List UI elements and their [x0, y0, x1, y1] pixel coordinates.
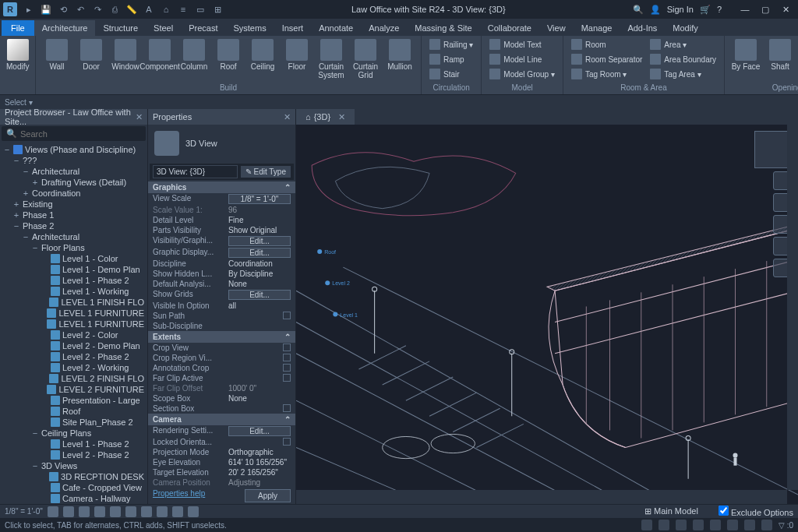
properties-help-link[interactable]: Properties help: [153, 489, 205, 502]
select-links-icon[interactable]: [693, 520, 704, 530]
menu-tab-modify[interactable]: Modify: [665, 20, 705, 36]
area--button[interactable]: Area ▾: [647, 37, 719, 51]
menu-tab-steel[interactable]: Steel: [146, 20, 181, 36]
search-icon[interactable]: 🔍: [633, 5, 644, 15]
prop-value[interactable]: 614' 10 165/256": [228, 458, 291, 467]
checkbox[interactable]: [283, 364, 291, 372]
prop-value[interactable]: None: [228, 394, 291, 403]
wall-button[interactable]: Wall: [41, 37, 73, 72]
prop-edit-button[interactable]: Edit...: [228, 248, 291, 258]
checkbox[interactable]: [283, 344, 291, 351]
tree-item-3d-views[interactable]: −3D Views: [0, 460, 147, 471]
tree-item-camera-hallway[interactable]: Camera - Hallway: [0, 493, 147, 504]
prop-value[interactable]: 1000' 0": [228, 384, 291, 393]
detail-level-icon[interactable]: [48, 506, 58, 517]
tree-item-level-2-finish-flo[interactable]: LEVEL 2 FINISH FLO: [0, 373, 147, 384]
sun-path-icon[interactable]: [79, 506, 90, 517]
menu-tab-add-ins[interactable]: Add-Ins: [620, 20, 665, 36]
tree-item-level-2-working[interactable]: Level 2 - Working: [0, 362, 147, 373]
prop-group-graphics[interactable]: Graphics⌃: [148, 181, 295, 193]
prop-edit-button[interactable]: Edit...: [228, 290, 291, 300]
render-dialog-icon[interactable]: [110, 506, 121, 517]
checkbox[interactable]: [283, 374, 291, 382]
select-pinned-icon[interactable]: [727, 520, 738, 530]
tree-item-phase-1[interactable]: +Phase 1: [0, 210, 147, 220]
qat-print-icon[interactable]: ⎙: [108, 2, 122, 16]
tree-root[interactable]: − Views (Phase and Discipline): [0, 144, 147, 155]
signin-link[interactable]: Sign In: [667, 5, 694, 14]
view-tab-3d[interactable]: ⌂ {3D} ✕: [296, 109, 355, 125]
ceiling-button[interactable]: Ceiling: [246, 37, 279, 72]
worksets-icon[interactable]: [641, 520, 652, 530]
tree-item-cafe-cropped-view[interactable]: Cafe - Cropped View: [0, 482, 147, 493]
tree-item-site-plan-phase-2[interactable]: Site Plan_Phase 2: [0, 417, 147, 428]
qat-redo-icon[interactable]: ↷: [90, 2, 104, 16]
menu-tab-manage[interactable]: Manage: [574, 20, 620, 36]
tree-item-level-2-color[interactable]: Level 2 - Color: [0, 329, 147, 340]
tree-item-level-1-phase-2[interactable]: Level 1 - Phase 2: [0, 275, 147, 286]
menu-tab-structure[interactable]: Structure: [95, 20, 146, 36]
select-underlay-icon[interactable]: [710, 520, 721, 530]
room-button[interactable]: Room: [568, 37, 645, 51]
roof-button[interactable]: Roof: [212, 37, 245, 72]
tree-item-level-2-demo-plan[interactable]: Level 2 - Demo Plan: [0, 340, 147, 351]
tag-room--button[interactable]: Tag Room ▾: [568, 67, 645, 81]
qat-save-icon[interactable]: 💾: [39, 2, 53, 16]
tree-item-roof[interactable]: Roof: [0, 406, 147, 417]
by-face-button[interactable]: By Face: [729, 37, 762, 72]
maximize-button[interactable]: ▢: [756, 2, 775, 16]
tree-item-level-2-furniture[interactable]: LEVEL 2 FURNITURE: [0, 384, 147, 395]
editable-only-icon[interactable]: [676, 520, 687, 530]
design-options-icon[interactable]: [659, 520, 669, 530]
menu-tab-massing-site[interactable]: Massing & Site: [407, 20, 479, 36]
viewport-scroll-horizontal[interactable]: [296, 490, 787, 504]
unlock-view-icon[interactable]: [157, 506, 168, 517]
scale-selector[interactable]: 1/8" = 1'-0": [5, 507, 43, 516]
tree-item-level-2-phase-2[interactable]: Level 2 - Phase 2: [0, 449, 147, 460]
tree-item-floor-plans[interactable]: −Floor Plans: [0, 242, 147, 253]
tree-item-architectural[interactable]: −Architectural: [0, 166, 147, 177]
tree-item-level-2-phase-2[interactable]: Level 2 - Phase 2: [0, 351, 147, 362]
main-model-label[interactable]: ⊞ Main Model: [644, 506, 698, 516]
drag-elements-icon[interactable]: [761, 520, 772, 530]
shadows-icon[interactable]: [94, 506, 105, 517]
prop-group-extents[interactable]: Extents⌃: [148, 331, 295, 343]
qat-open-icon[interactable]: ▸: [22, 2, 36, 16]
prop-value[interactable]: By Discipline: [228, 270, 291, 278]
tree-item-phase-2[interactable]: −Phase 2: [0, 220, 147, 231]
menu-tab-precast[interactable]: Precast: [181, 20, 225, 36]
user-icon[interactable]: 👤: [650, 5, 661, 15]
checkbox[interactable]: [283, 312, 291, 319]
menu-tab-systems[interactable]: Systems: [225, 20, 274, 36]
checkbox[interactable]: [283, 354, 291, 361]
prop-value[interactable]: [228, 322, 291, 330]
floor-button[interactable]: Floor: [281, 37, 313, 72]
select-face-icon[interactable]: [744, 520, 755, 530]
tree-item-3d-recption-desk[interactable]: 3D RECPTION DESK: [0, 471, 147, 482]
view-cube[interactable]: [754, 131, 792, 168]
prop-value[interactable]: all: [228, 301, 291, 310]
column-button[interactable]: Column: [178, 37, 210, 72]
qat-thin-lines-icon[interactable]: ≡: [176, 2, 190, 16]
ramp-button[interactable]: Ramp: [426, 52, 476, 66]
crop-view-icon[interactable]: [125, 506, 136, 517]
project-browser-search-input[interactable]: [20, 129, 141, 139]
close-button[interactable]: ✕: [776, 2, 795, 16]
menu-tab-collaborate[interactable]: Collaborate: [480, 20, 539, 36]
tree-item-level-1-phase-2[interactable]: Level 1 - Phase 2: [0, 439, 147, 449]
model-line-button[interactable]: Model Line: [486, 52, 558, 66]
tree-item-drafting-views-detail-[interactable]: +Drafting Views (Detail): [0, 177, 147, 188]
prop-edit-button[interactable]: Edit...: [228, 426, 291, 436]
tree-item-existing[interactable]: +Existing: [0, 199, 147, 210]
menu-tab-annotate[interactable]: Annotate: [311, 20, 361, 36]
menu-tab-view[interactable]: View: [539, 20, 574, 36]
menu-tab-insert[interactable]: Insert: [274, 20, 312, 36]
cart-icon[interactable]: 🛒: [700, 5, 711, 15]
tree-item--[interactable]: −???: [0, 155, 147, 166]
help-icon[interactable]: ?: [717, 5, 722, 14]
window-button[interactable]: Window: [109, 37, 142, 72]
type-selector[interactable]: 3D View: {3D}: [153, 165, 238, 178]
project-browser-close-icon[interactable]: ✕: [136, 112, 143, 122]
visual-style-icon[interactable]: [63, 506, 74, 517]
qat-switch-icon[interactable]: ⊞: [210, 2, 224, 16]
